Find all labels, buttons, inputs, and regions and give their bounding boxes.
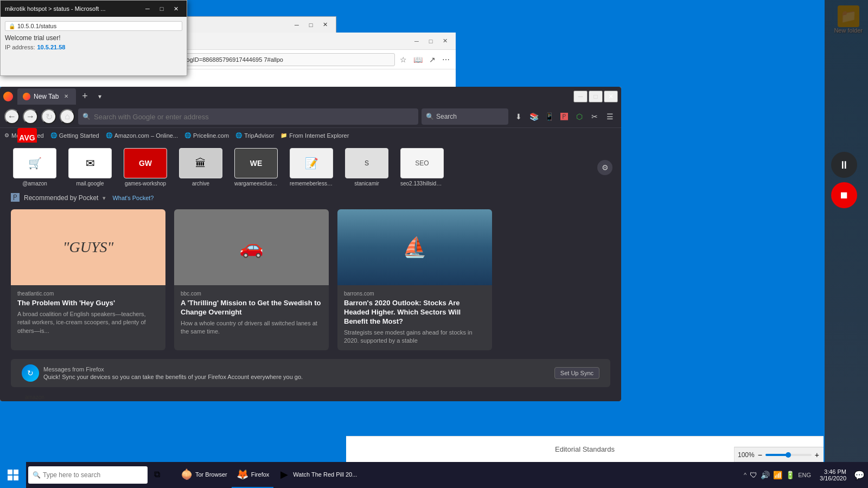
mikrotik-maximize-btn[interactable]: □ — [155, 3, 168, 14]
ff-address-bar[interactable]: 🔍 — [78, 108, 418, 125]
ff-newtab-btn[interactable]: + — [78, 90, 91, 103]
ff-thumb-blogger[interactable]: 📝 rememeberlessf... — [285, 148, 337, 187]
ff-thumb-archive-label: archive — [192, 181, 209, 187]
firefox-window: New Tab ✕ + ▾ ─ □ ✕ ← → ↻ ⌂ 🔍 — [0, 87, 621, 401]
ff-thumb-archive[interactable]: 🏛 archive — [175, 148, 227, 187]
ff-article-0-content: theatlantic.com The Problem With 'Hey Gu… — [11, 285, 165, 341]
taskbar: 🔍 ⧉ 🧅 Tor Browser 🦊 Firefox ▶ Watch The … — [0, 462, 868, 488]
stop-recording-btn[interactable]: ⏹ — [831, 182, 857, 208]
action-center-btn[interactable]: 💬 — [851, 462, 868, 488]
zoom-minus-btn[interactable]: − — [757, 451, 763, 459]
volume-tray-icon[interactable]: 🔊 — [761, 471, 770, 479]
video-taskbar-icon: ▶ — [278, 468, 291, 481]
ff-address-input[interactable] — [94, 113, 414, 121]
ff-close-btn[interactable]: ✕ — [604, 91, 618, 102]
ff-bookmark-amazon[interactable]: 🌐 Amazon.com – Online... — [106, 132, 178, 139]
mikrotik-url: 10.5.0.1/status — [17, 23, 56, 29]
ff-article-0[interactable]: "GUYS" theatlantic.com The Problem With … — [11, 209, 165, 350]
blogger-share-btn[interactable]: ↗ — [427, 55, 437, 64]
firefox-taskbar-label: Firefox — [251, 471, 270, 478]
ff-container-icon[interactable]: ⬡ — [572, 110, 586, 124]
ff-window-inner: New Tab ✕ + ▾ ─ □ ✕ ← → ↻ ⌂ 🔍 — [0, 87, 621, 401]
show-hidden-icons-btn[interactable]: ^ — [744, 472, 746, 478]
ff-pocket-save-icon[interactable]: 🅿 — [557, 110, 571, 124]
ff-main-content: 🛒 amazon @amazon ✉ mail.google — [0, 143, 621, 401]
mikrotik-minimize-btn[interactable]: ─ — [141, 3, 154, 14]
ff-thumb-blogger-label: rememeberlessf... — [290, 181, 333, 187]
ff-thumb-wargame-img: WE — [234, 148, 278, 178]
taskbar-start-btn[interactable] — [0, 462, 26, 488]
ff-pocket-section: 🅿 Recommended by Pocket ▾ What's Pocket? — [0, 189, 621, 209]
ff-thumb-amazon[interactable]: 🛒 amazon @amazon — [9, 148, 61, 187]
ff-tab-close-btn[interactable]: ✕ — [62, 92, 71, 101]
zoom-plus-btn[interactable]: + — [814, 451, 820, 459]
action-center-icon: 💬 — [854, 470, 865, 480]
blogger-maximize-btn[interactable]: □ — [424, 36, 437, 47]
zoom-slider[interactable] — [765, 454, 812, 456]
taskbar-search-box[interactable]: 🔍 — [28, 466, 148, 484]
blogger-minimize-btn[interactable]: ─ — [410, 36, 423, 47]
ff-bookmark-internet-explorer[interactable]: 📁 From Internet Explorer — [280, 132, 349, 139]
ff-article-1[interactable]: 🚗 bbc.com A 'Thrilling' Mission to Get t… — [174, 209, 329, 350]
ff-bookmark-tripadvisor[interactable]: 🌐 TripAdvisor — [235, 132, 274, 139]
ff-article-2-title: Barron's 2020 Outlook: Stocks Are Headed… — [344, 299, 486, 326]
ff-download-icon[interactable]: ⬇ — [512, 110, 526, 124]
ff-thumbnails-row: 🛒 amazon @amazon ✉ mail.google — [0, 143, 621, 189]
mikrotik-ip-row: IP address: 10.5.21.58 — [5, 44, 182, 50]
ff-article-2[interactable]: ⛵ barrons.com Barron's 2020 Outlook: Sto… — [337, 209, 492, 350]
video-taskbar-label: Watch The Red Pill 20... — [293, 471, 357, 478]
zoom-fill — [765, 454, 788, 456]
blogger-reader-btn[interactable]: 📖 — [412, 55, 424, 64]
taskbar-task-view-btn[interactable]: ⧉ — [150, 462, 176, 488]
taskbar-search-icon: 🔍 — [33, 471, 41, 479]
network-tray-icon[interactable]: 📶 — [773, 471, 782, 479]
ff-maximize-btn[interactable]: □ — [589, 91, 603, 102]
ff-thumb-gw[interactable]: GW games-workshop — [119, 148, 171, 187]
ff-tab-dropdown[interactable]: ▾ — [93, 90, 106, 103]
blogger-bookmark-btn[interactable]: ☆ — [398, 55, 409, 64]
mikrotik-url-bar: 🔒 10.5.0.1/status — [5, 21, 182, 31]
ff-minimize-btn[interactable]: ─ — [573, 91, 588, 102]
mikrotik-close-btn[interactable]: ✕ — [169, 3, 182, 14]
ff-bookmark-priceline[interactable]: 🌐 Priceline.com — [184, 132, 229, 139]
ff-article-1-source: bbc.com — [181, 291, 322, 297]
ff-titlebar: New Tab ✕ + ▾ ─ □ ✕ — [0, 87, 621, 106]
blogger-close-btn[interactable]: ✕ — [438, 36, 451, 47]
wordpad-minimize-btn[interactable]: ─ — [290, 20, 303, 30]
ff-thumb-amazon-label: @amazon — [22, 181, 47, 187]
avast-tray-icon[interactable]: 🛡 — [750, 471, 757, 479]
ff-bookmark-icon-tripadvisor: 🌐 — [235, 132, 242, 138]
wordpad-close-btn[interactable]: ✕ — [318, 20, 331, 30]
blogger-menu-btn[interactable]: ⋯ — [441, 55, 451, 64]
ff-home-btn[interactable]: ⌂ — [60, 109, 75, 124]
taskbar-item-firefox[interactable]: 🦊 Firefox — [232, 462, 274, 488]
ff-thumb-gmail-img: ✉ — [68, 148, 112, 178]
battery-tray-icon[interactable]: 🔋 — [786, 471, 795, 479]
taskbar-item-video[interactable]: ▶ Watch The Red Pill 20... — [273, 462, 361, 488]
ff-thumb-wargame[interactable]: WE wargameexclusi... — [230, 148, 282, 187]
wordpad-maximize-btn[interactable]: □ — [304, 20, 317, 30]
ff-search-bar[interactable]: 🔍 Search — [422, 108, 508, 125]
ff-synced-tabs-icon[interactable]: 📱 — [542, 110, 556, 124]
ff-menu-btn[interactable]: ☰ — [603, 110, 617, 124]
ff-library-icon[interactable]: 📚 — [527, 110, 541, 124]
ff-thumb-stanica-img: S — [345, 148, 388, 178]
taskbar-search-input[interactable] — [43, 471, 143, 479]
taskbar-clock[interactable]: 3:46 PM 3/16/2020 — [815, 468, 851, 481]
svg-rect-2 — [8, 476, 12, 480]
ff-pocket-dropdown[interactable]: ▾ — [103, 195, 106, 202]
ff-article-2-desc: Strategists see modest gains ahead for s… — [344, 329, 486, 345]
ff-screenshot-icon[interactable]: ✂ — [588, 110, 602, 124]
taskbar-item-tor[interactable]: 🧅 Tor Browser — [176, 462, 232, 488]
ff-thumb-gmail[interactable]: ✉ mail.google — [64, 148, 116, 187]
ff-whats-pocket-link[interactable]: What's Pocket? — [112, 195, 154, 201]
pause-recording-btn[interactable]: ⏸ — [831, 152, 857, 178]
ff-customize-thumbnails-btn[interactable]: ⚙ — [597, 160, 612, 175]
ff-thumb-gmail-label: mail.google — [76, 181, 104, 187]
ff-bookmark-getting-started[interactable]: 🌐 Getting Started — [50, 132, 99, 139]
ff-thumb-seo[interactable]: SEO seo2.133hillside... — [396, 148, 448, 187]
ff-setup-sync-btn[interactable]: Set Up Sync — [554, 367, 599, 379]
ff-article-0-source: theatlantic.com — [17, 291, 159, 297]
tor-taskbar-label: Tor Browser — [195, 471, 227, 478]
ff-thumb-stanica[interactable]: S stanicamir — [341, 148, 393, 187]
